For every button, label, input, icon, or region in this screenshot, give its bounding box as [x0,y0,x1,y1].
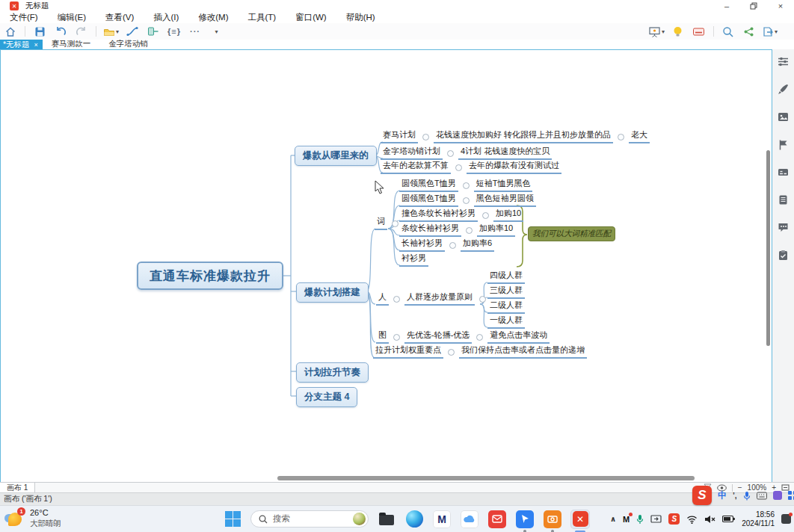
collapse-joint[interactable] [449,242,456,249]
topic-lastyear[interactable]: 去年的老款算不算 [381,160,451,174]
tab-saima[interactable]: 赛马测款一 [43,39,100,49]
taskbar-weather-widget[interactable]: 1 26°C 大部晴朗 [4,508,61,528]
branch-rhythm[interactable]: 计划拉升节奏 [296,362,369,383]
topic-people-rule[interactable]: 人群逐步放量原则 [404,291,475,306]
tray-clock[interactable]: 18:56 2024/11/1 [742,510,775,528]
banner-button[interactable] [692,24,707,39]
collapse-joint[interactable] [455,164,462,171]
taskbar-explorer-icon[interactable] [377,510,396,529]
more-tools-button[interactable]: ··· [188,24,203,39]
home-button[interactable] [3,24,18,39]
start-button[interactable] [223,510,242,529]
image-panel-icon[interactable] [778,111,790,123]
tray-battery-icon[interactable] [722,515,735,523]
topic-laoda[interactable]: 老大 [629,129,650,143]
notes-panel-icon[interactable] [778,194,790,205]
ime-keyboard-icon[interactable] [757,492,767,500]
menu-insert[interactable]: 插入(I) [144,12,188,23]
export-button[interactable]: ▾ [763,24,778,39]
tray-notification-icon[interactable] [781,514,791,524]
format-painter-button[interactable]: ▾ [103,24,119,39]
horizontal-scrollbar[interactable] [277,476,695,480]
label-panel-icon[interactable] [778,166,790,178]
tray-m-notification-icon[interactable]: M [623,515,630,524]
collapse-joint[interactable] [482,212,489,219]
topic-pyramid-plan[interactable]: 金字塔动销计划 [381,146,443,160]
topic-word-4[interactable]: 条纹长袖衬衫男 [399,223,461,237]
topic-people[interactable]: 人 [376,291,389,306]
menu-modify[interactable]: 修改(M) [188,12,238,23]
topic-word-2[interactable]: 圆领黑色T恤男 [399,193,458,207]
menu-view[interactable]: 查看(V) [96,12,144,23]
collapse-joint[interactable] [392,220,398,227]
flag-panel-icon[interactable] [778,138,790,150]
collapse-joint[interactable] [448,349,455,356]
topic-word-3[interactable]: 撞色条纹长袖衬衫男 [399,208,478,222]
minimize-button[interactable]: – [713,0,740,12]
relationship-button[interactable] [125,24,140,39]
collapse-joint[interactable] [476,334,483,341]
search-highlight-image[interactable] [353,513,366,525]
taskbar-cloud-icon[interactable] [460,510,479,529]
taskbar-mindmaster-icon[interactable]: M [432,510,452,529]
taskbar-edge-icon[interactable] [404,510,424,529]
collapse-joint[interactable] [393,296,400,303]
topic-group-3[interactable]: 三级人群 [487,285,525,299]
collapse-joint[interactable] [447,150,454,157]
collapse-joint[interactable] [463,182,470,189]
collapse-joint[interactable] [463,197,470,204]
sogou-logo-icon[interactable]: S [692,486,712,505]
topic-word-2b[interactable]: 黑色短袖男圆领 [474,193,536,207]
topic-word-1[interactable]: 圆领黑色T恤男 [399,178,458,192]
toolbar-expand-button[interactable]: ▾ [209,24,224,39]
taskbar-mail-icon[interactable] [487,510,507,529]
tray-sogou-icon[interactable]: S [668,513,680,525]
redo-button[interactable] [74,24,89,39]
topic-lastyear-detail[interactable]: 去年的爆款有没有测试过 [467,160,561,174]
topic-word-5b[interactable]: 加购率6 [461,238,494,252]
topic-word-6[interactable]: 衬衫男 [399,253,428,267]
topic-word[interactable]: 词 [375,216,387,230]
tray-mic-icon[interactable] [636,514,644,525]
topic-weight[interactable]: 拉升计划权重要点 [373,344,443,359]
branch-plan-build[interactable]: 爆款计划搭建 [296,282,369,303]
taskbar-camera-app-icon[interactable] [543,510,562,529]
task-panel-icon[interactable] [778,249,790,261]
search-button[interactable] [721,24,736,39]
taskbar-mindmap-app-icon[interactable]: ✕ [570,510,590,529]
topic-word-1b[interactable]: 短袖T恤男黑色 [474,178,533,192]
tray-chevron-up-icon[interactable]: ∧ [610,515,616,523]
format-panel-icon[interactable] [778,55,790,67]
topic-saima-detail[interactable]: 花钱速度快加购好 转化跟得上并且初步放量的品 [434,129,613,143]
style-brush-icon[interactable] [778,83,790,95]
vertical-scrollbar[interactable] [766,150,770,346]
topic-saima-plan[interactable]: 赛马计划 [381,129,418,143]
tray-wifi-icon[interactable] [686,515,698,524]
menu-window[interactable]: 窗口(W) [286,12,336,23]
topic-group-2[interactable]: 二级人群 [487,300,525,314]
topic-word-4b[interactable]: 加购率10 [477,223,515,237]
idea-button[interactable] [671,24,686,39]
topic-group-4[interactable]: 四级人群 [487,270,525,284]
ime-language-toggle[interactable]: 中 [718,489,727,502]
topic-group-1[interactable]: 一级人群 [487,315,525,329]
outline-button[interactable]: {≡} [167,24,182,39]
branch-where-from[interactable]: 爆款从哪里来的 [295,146,377,166]
collapse-joint[interactable] [479,296,486,303]
menu-file[interactable]: 文件(F) [0,12,48,23]
tab-jinzita[interactable]: 金字塔动销 [99,39,157,49]
menu-tools[interactable]: 工具(T) [238,12,286,23]
taskbar-blue-app-icon[interactable] [515,510,535,529]
undo-button[interactable] [53,24,68,39]
tab-untitled[interactable]: *无标题 × [0,40,43,49]
ime-skin-icon[interactable] [773,491,782,500]
collapse-joint[interactable] [422,134,429,140]
collapse-joint[interactable] [466,227,473,234]
menu-help[interactable]: 帮助(H) [336,12,385,23]
tab-close-icon[interactable]: × [34,41,38,49]
topic-word-3b[interactable]: 加购10 [493,208,523,222]
collapse-joint[interactable] [393,334,400,341]
canvas-tab-1[interactable]: 画布 1 [0,483,35,492]
ime-mic-icon[interactable] [743,491,751,501]
root-topic[interactable]: 直通车标准爆款拉升 [137,262,283,290]
